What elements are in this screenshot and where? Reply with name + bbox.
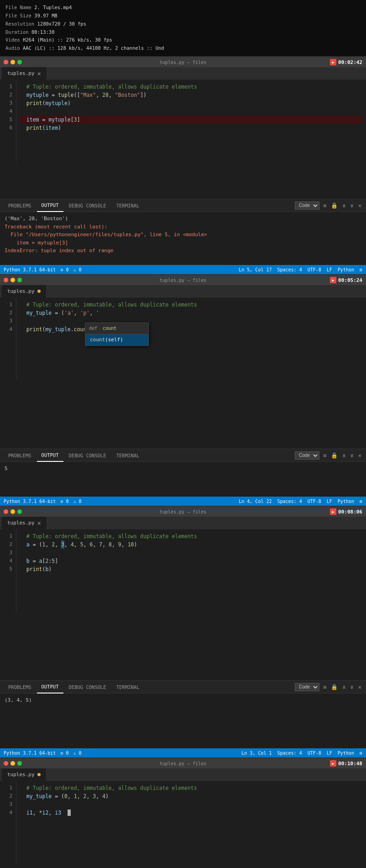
status-cursor-3: Ln 3, Col 1 [241, 751, 272, 756]
panel-select-2[interactable]: Code [295, 451, 319, 460]
panel-icon-down-3[interactable]: ∨ [350, 684, 355, 690]
panel-icon-down-2[interactable]: ∨ [350, 452, 355, 459]
tab-close-1[interactable]: × [37, 70, 41, 77]
code-line-1-3: print(mytuple) [20, 99, 362, 107]
tl-yellow-4[interactable] [10, 761, 15, 766]
time-value-2: 00:05:24 [338, 277, 362, 283]
tl-green-4[interactable] [17, 761, 22, 766]
tl-red-1[interactable] [4, 60, 8, 64]
panel-tab-output-1[interactable]: OUTPUT [37, 199, 63, 212]
panel-icon-up-2[interactable]: ∧ [341, 452, 346, 459]
tl-green-2[interactable] [17, 278, 22, 282]
autocomplete-item-count[interactable]: count(self) [85, 334, 148, 345]
code-content-4[interactable]: # Tuple: ordered, immutable, allows dupl… [16, 781, 366, 863]
panel-icon-list-1[interactable]: ≡ [322, 202, 327, 209]
code-line-3-5: print(b) [20, 565, 362, 573]
editor-wrapper-2: 1234 # Tuple: ordered, immutable, allows… [0, 298, 366, 449]
panel-icon-close-1[interactable]: ✕ [357, 202, 362, 209]
panel-tab-debug-3[interactable]: DEBUG CONSOLE [64, 681, 111, 693]
tab-close-3[interactable]: × [37, 519, 41, 527]
vscode-window-2: tuples.py — files ▶ 00:05:24 tuples.py 1… [0, 274, 366, 506]
editor-area-1: 123456 # Tuple: ordered, immutable, allo… [0, 80, 366, 162]
tl-red-2[interactable] [4, 278, 8, 282]
tl-red-3[interactable] [4, 509, 8, 514]
panel-icon-up-1[interactable]: ∧ [341, 202, 346, 209]
status-warn-2: ⚠ 0 [73, 499, 81, 504]
code-line-4-2: my_tuple = (0, 1, 2, 3, 4) [20, 792, 362, 800]
vscode-window-4: tuples.py — files ▶ 00:10:48 tuples.py 1… [0, 757, 366, 868]
status-cursor-1: Ln 5, Col 17 [239, 267, 272, 272]
panel-icon-down-1[interactable]: ∨ [350, 202, 355, 209]
status-left-3: Python 3.7.1 64-bit ⊘ 0 ⚠ 0 [4, 751, 82, 756]
tab-tuples-3[interactable]: tuples.py × [2, 517, 47, 529]
panel-icon-lock-3[interactable]: 🔒 [330, 684, 339, 690]
timestamp-2: ▶ 00:05:24 [330, 277, 362, 283]
panel-tab-terminal-1[interactable]: TERMINAL [112, 199, 144, 212]
panel-tab-debug-2[interactable]: DEBUG CONSOLE [64, 449, 111, 462]
tl-red-4[interactable] [4, 761, 8, 766]
tab-tuples-4[interactable]: tuples.py [2, 768, 47, 781]
panel-tab-debug-1[interactable]: DEBUG CONSOLE [64, 199, 111, 212]
panel-tab-terminal-2[interactable]: TERMINAL [112, 449, 144, 462]
editor-wrapper-4: 1234 # Tuple: ordered, immutable, allows… [0, 781, 366, 868]
status-cursor-2: Ln 4, Col 22 [239, 499, 272, 504]
code-line-3-4: b = a[2:5] [20, 557, 362, 565]
panel-tab-terminal-3[interactable]: TERMINAL [112, 681, 144, 693]
window-title-2: tuples.py — files [160, 278, 206, 283]
status-gear-2[interactable]: ⚙ [360, 499, 362, 504]
status-eol-3: LF [327, 751, 332, 756]
status-bar-3: Python 3.7.1 64-bit ⊘ 0 ⚠ 0 Ln 3, Col 1 … [0, 748, 366, 757]
status-gear-1[interactable]: ⚙ [360, 267, 362, 272]
play-icon-2: ▶ [330, 277, 336, 283]
title-bar-1: tuples.py — files ▶ 00:02:42 [0, 57, 366, 67]
tl-yellow-3[interactable] [10, 509, 15, 514]
panel-tab-problems-3[interactable]: PROBLEMS [4, 681, 36, 693]
autocomplete-popup[interactable]: def count count(self) [85, 323, 149, 346]
panel-select-1[interactable]: Code [295, 201, 319, 210]
status-python-1: Python 3.7.1 64-bit [4, 267, 56, 272]
panel-tab-output-3[interactable]: OUTPUT [37, 681, 63, 693]
filename-value: 2. Tuples.mp4 [31, 5, 72, 10]
tl-yellow-1[interactable] [10, 60, 15, 64]
code-line-3-1: # Tuple: ordered, immutable, allows dupl… [20, 532, 362, 540]
resolution-label: Resolution [5, 21, 34, 26]
panel-icon-close-3[interactable]: ✕ [357, 684, 362, 690]
panel-tab-output-2[interactable]: OUTPUT [37, 449, 63, 462]
status-gear-3[interactable]: ⚙ [360, 751, 362, 756]
tl-green-1[interactable] [17, 60, 22, 64]
panel-icon-close-2[interactable]: ✕ [357, 452, 362, 459]
play-icon-4: ▶ [330, 760, 336, 767]
tab-bar-2: tuples.py [0, 285, 366, 298]
panel-tab-problems-2[interactable]: PROBLEMS [4, 449, 36, 462]
status-encoding-2: UTF-8 [308, 499, 321, 504]
output-line-1-5: IndexError: tuple index out of range [5, 247, 361, 255]
code-content-1[interactable]: # Tuple: ordered, immutable, allows dupl… [16, 80, 366, 162]
tl-yellow-2[interactable] [10, 278, 15, 282]
status-spaces-1: Spaces: 4 [277, 267, 302, 272]
tab-tuples-2[interactable]: tuples.py [2, 285, 47, 298]
status-right-1: Ln 5, Col 17 Spaces: 4 UTF-8 LF Python ⚙ [239, 267, 362, 272]
code-content-3[interactable]: # Tuple: ordered, immutable, allows dupl… [16, 529, 366, 612]
panel-select-3[interactable]: Code [295, 683, 319, 691]
panel-icon-lock-1[interactable]: 🔒 [330, 202, 339, 209]
status-left-2: Python 3.7.1 64-bit ⊘ 0 ⚠ 0 [4, 499, 82, 504]
code-line-4-4: i1, *i2, i3 [20, 809, 362, 817]
panel-icon-up-3[interactable]: ∧ [341, 684, 346, 690]
status-right-2: Ln 4, Col 22 Spaces: 4 UTF-8 LF Python ⚙ [239, 499, 362, 504]
code-content-2[interactable]: # Tuple: ordered, immutable, allows dupl… [16, 298, 366, 380]
editor-area-4: 1234 # Tuple: ordered, immutable, allows… [0, 781, 366, 863]
panel-icon-lock-2[interactable]: 🔒 [330, 452, 339, 459]
status-python-2: Python 3.7.1 64-bit [4, 499, 56, 504]
tl-green-3[interactable] [17, 509, 22, 514]
duration-value: 00:13:30 [29, 29, 55, 35]
panel-tab-problems-1[interactable]: PROBLEMS [4, 199, 36, 212]
tab-tuples-1[interactable]: tuples.py × [2, 67, 47, 80]
output-line-2-1: 5 [5, 465, 361, 473]
panel-icon-list-3[interactable]: ≡ [322, 684, 327, 690]
panel-icon-list-2[interactable]: ≡ [322, 452, 327, 459]
panel-output-3: (3, 4, 5) [0, 693, 366, 721]
status-python-3: Python 3.7.1 64-bit [4, 751, 56, 756]
tab-label-1: tuples.py [7, 70, 35, 76]
filesize-value: 39.97 MB [31, 13, 58, 18]
code-line-2-2: my_tuple = ('a', 'p', ' [20, 309, 362, 317]
